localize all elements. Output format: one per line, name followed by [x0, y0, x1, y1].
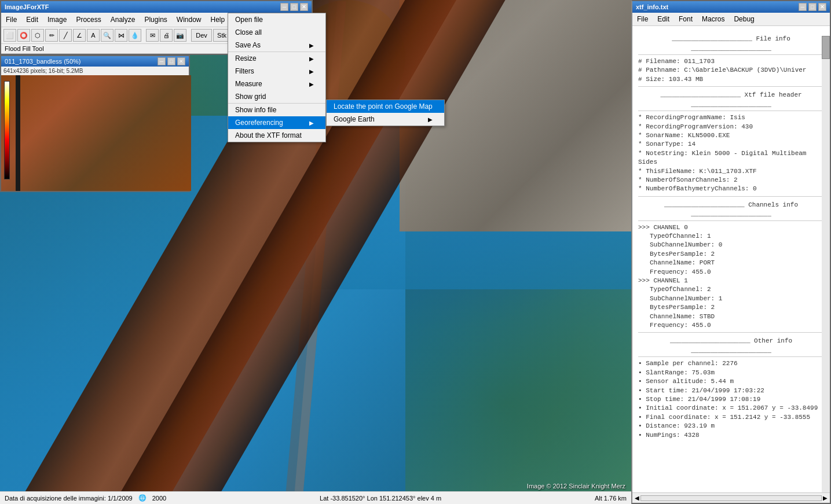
tool-dev[interactable]: Dev — [191, 29, 212, 42]
xtf-scroll-right[interactable]: ▶ — [823, 495, 828, 501]
small-window-controls[interactable]: ─ □ ✕ — [158, 57, 185, 65]
xtf-menu-font[interactable]: Font — [674, 14, 697, 24]
colorbar — [4, 81, 10, 179]
stop-time: • Stop time: 21/04/1999 17:08:19 — [638, 395, 824, 404]
menu-image[interactable]: Image — [43, 14, 71, 25]
tool-angle[interactable]: ∠ — [73, 29, 86, 42]
xtf-scrollbar[interactable] — [822, 36, 830, 503]
xtf-menu-debug[interactable]: Debug — [729, 14, 759, 24]
zoom-level: 2000 — [152, 495, 166, 502]
menu-item-show-grid[interactable]: Show grid — [228, 90, 325, 103]
xtf-info-titlebar: xtf_info.txt ─ □ ✕ — [632, 1, 830, 13]
menu-file[interactable]: File — [1, 14, 21, 25]
file-info-section: _____________________ File info ________… — [638, 34, 824, 55]
small-close-btn[interactable]: ✕ — [177, 57, 185, 65]
small-maximize-btn[interactable]: □ — [167, 57, 175, 65]
xtf-menu-file[interactable]: File — [632, 14, 653, 24]
submenu-google-earth[interactable]: Google Earth ▶ — [327, 113, 444, 126]
tool-text[interactable]: A — [87, 29, 100, 42]
tool-camera[interactable]: 📷 — [174, 29, 186, 42]
menu-item-resize[interactable]: Resize ▶ — [228, 51, 325, 65]
flood-fill-label: Flood Fill Tool — [5, 45, 44, 52]
channel-0-freq: Frequency: 455.0 — [638, 268, 824, 277]
xtf-minimize-btn[interactable]: ─ — [799, 3, 807, 11]
xtf-sonar-type: * SonarType: 14 — [638, 140, 824, 149]
submenu-locate-google-map[interactable]: Locate the point on Google Map — [327, 100, 444, 113]
xtf-pathname: # Pathname: C:\Gabriele\BACKUP (3DVD)\Un… — [638, 66, 824, 75]
xtf-header-section: _____________________ Xtf file header __… — [638, 90, 824, 111]
xtf-maximize-btn[interactable]: □ — [808, 3, 817, 11]
channel-1-subchannel: SubChannelNumber: 1 — [638, 295, 824, 303]
menu-item-close-all[interactable]: Close all — [228, 26, 325, 39]
tool-wand[interactable]: ⋈ — [115, 29, 127, 42]
menu-item-filters[interactable]: Filters ▶ — [228, 65, 325, 78]
tool-email[interactable]: ✉ — [146, 29, 159, 42]
xtf-this-filename: * ThisFileName: K:\011_1703.XTF — [638, 167, 824, 176]
channel-0-subchannel: SubChannelNumber: 0 — [638, 241, 824, 249]
menu-item-open-file[interactable]: Open file — [228, 13, 325, 26]
xtf-info-title: xtf_info.txt — [636, 3, 668, 10]
small-image-window: 011_1703_bandless (50%) ─ □ ✕ 641x4236 p… — [0, 55, 190, 192]
resize-arrow: ▶ — [309, 56, 314, 62]
filters-arrow: ▶ — [309, 68, 314, 75]
menu-help[interactable]: Help — [206, 14, 230, 25]
channel-0-type: TypeOfChannel: 1 — [638, 232, 824, 241]
xtf-bottom-bar: ◀ ▶ — [632, 492, 830, 503]
acquisition-date: Data di acquisizione delle immagini: 1/1… — [5, 495, 133, 502]
tool-eyedrop[interactable]: 💧 — [129, 29, 141, 42]
menu-item-save-as[interactable]: Save As ▶ — [228, 39, 325, 51]
xtf-note-string: * NoteString: Klein 5000 - Digital Multi… — [638, 149, 824, 167]
maximize-button[interactable]: □ — [290, 3, 298, 11]
window-controls[interactable]: ─ □ ✕ — [280, 3, 308, 11]
distance: • Distance: 923.19 m — [638, 422, 824, 431]
coordinates: Lat -33.851520° Lon 151.212453° elev 4 m — [172, 495, 589, 502]
menu-process[interactable]: Process — [71, 14, 105, 25]
tool-poly[interactable]: ⬡ — [31, 29, 44, 42]
xtf-close-btn[interactable]: ✕ — [818, 3, 826, 11]
altitude: Alt 1.76 km — [595, 495, 627, 502]
xtf-menu-edit[interactable]: Edit — [653, 14, 674, 24]
small-minimize-btn[interactable]: ─ — [158, 57, 166, 65]
menu-item-about-xtf[interactable]: About the XTF format — [228, 129, 325, 142]
xtf-menu-panel: Open file Close all Save As ▶ Resize ▶ F… — [228, 13, 326, 142]
tool-print[interactable]: 🖨 — [160, 29, 173, 42]
slant-range: • SlantRange: 75.03m — [638, 369, 824, 377]
xtf-scroll-left[interactable]: ◀ — [635, 495, 639, 501]
xtf-size: # Size: 103.43 MB — [638, 75, 824, 84]
xtf-recording-program: * RecordingProgramName: Isis — [638, 113, 824, 122]
close-button[interactable]: ✕ — [300, 3, 308, 11]
menu-analyze[interactable]: Analyze — [106, 14, 140, 25]
image-stripe — [16, 75, 20, 191]
sensor-altitude: • Sensor altitude: 5.44 m — [638, 377, 824, 386]
tool-freehand[interactable]: ✏ — [45, 29, 58, 42]
final-coord: • Final coordinate: x = 151.2142 y = -33… — [638, 413, 824, 422]
minimize-button[interactable]: ─ — [280, 3, 288, 11]
tool-oval[interactable]: ⭕ — [17, 29, 30, 42]
geo-arrow: ▶ — [309, 120, 314, 126]
channel-0-bytes: BytesPerSample: 2 — [638, 250, 824, 259]
tool-rect[interactable]: ⬜ — [3, 29, 16, 42]
xtf-menu-macros[interactable]: Macros — [697, 14, 729, 24]
map-status-bar: Data di acquisizione delle immagini: 1/1… — [0, 491, 631, 504]
tool-magnify[interactable]: 🔍 — [101, 29, 114, 42]
menu-item-measure[interactable]: Measure ▶ — [228, 78, 325, 90]
save-as-arrow: ▶ — [309, 42, 314, 49]
xtf-scrollbar-thumb[interactable] — [822, 36, 830, 59]
channel-1-name: ChannelName: STBD — [638, 312, 824, 321]
tool-line[interactable]: ╱ — [59, 29, 72, 42]
xtf-window-controls[interactable]: ─ □ ✕ — [799, 3, 826, 11]
channels-info-section: _____________________ Channels info ____… — [638, 200, 824, 221]
xtf-info-menubar: File Edit Font Macros Debug — [632, 13, 830, 26]
xtf-recording-version: * RecordingProgramVersion: 430 — [638, 123, 824, 131]
menu-plugins[interactable]: Plugins — [140, 14, 171, 25]
menu-edit[interactable]: Edit — [21, 14, 43, 25]
xtf-info-window: xtf_info.txt ─ □ ✕ File Edit Font Macros… — [631, 0, 831, 504]
start-time: • Start time: 21/04/1999 17:03:22 — [638, 387, 824, 395]
menu-window[interactable]: Window — [172, 14, 206, 25]
menu-item-georeferencing[interactable]: Georeferencing ▶ — [228, 116, 325, 129]
small-image-canvas — [1, 75, 191, 191]
imagej-title: ImageJForXTF — [5, 3, 49, 10]
menu-item-show-info[interactable]: Show info file — [228, 103, 325, 116]
small-window-title-text: 011_1703_bandless (50%) — [5, 58, 81, 65]
channel-1-freq: Frequency: 455.0 — [638, 321, 824, 330]
